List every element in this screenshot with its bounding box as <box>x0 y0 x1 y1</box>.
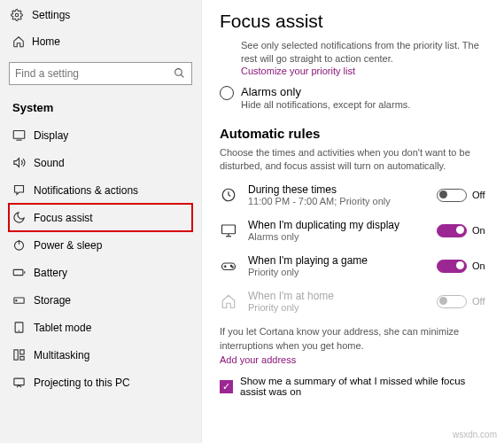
storage-icon <box>12 293 34 307</box>
automatic-rules-heading: Automatic rules <box>220 126 490 141</box>
sidebar-item-label: Notifications & actions <box>34 184 138 197</box>
svg-marker-5 <box>14 159 19 167</box>
toggle-switch <box>437 295 467 308</box>
sidebar-item-storage[interactable]: Storage <box>9 286 192 314</box>
svg-rect-14 <box>14 350 18 360</box>
sidebar-item-label: Multitasking <box>34 349 89 361</box>
sidebar: Settings Home System Display Sound Notif… <box>0 0 202 443</box>
home-icon <box>12 35 32 48</box>
home-rule-icon <box>220 292 237 310</box>
home-label: Home <box>32 35 60 48</box>
svg-point-11 <box>16 300 17 301</box>
search-box[interactable] <box>9 62 192 85</box>
moon-icon <box>12 211 34 224</box>
svg-line-2 <box>181 74 183 77</box>
gamepad-icon <box>220 257 237 275</box>
rule-sub: 11:00 PM - 7:00 AM; Priority only <box>248 196 437 206</box>
rule-playing-game[interactable]: When I'm playing a game Priority only On <box>220 254 490 277</box>
summary-checkbox-row[interactable]: ✓ Show me a summary of what I missed whi… <box>220 376 490 397</box>
rule-title: When I'm at home <box>248 290 437 302</box>
rule-during-times[interactable]: During these times 11:00 PM - 7:00 AM; P… <box>220 183 490 206</box>
rule-title: During these times <box>248 183 437 196</box>
sidebar-item-projecting[interactable]: Projecting to this PC <box>9 369 192 396</box>
sidebar-item-label: Projecting to this PC <box>34 377 130 389</box>
header-title: Settings <box>32 9 70 21</box>
rule-sub: Alarms only <box>248 231 437 242</box>
toggle-label: On <box>472 260 490 271</box>
svg-rect-16 <box>20 356 24 360</box>
rule-title: When I'm playing a game <box>248 254 437 267</box>
sidebar-item-label: Tablet mode <box>34 322 91 334</box>
priority-only-option[interactable]: See only selected notifications from the… <box>220 39 490 76</box>
search-input[interactable] <box>15 67 174 80</box>
add-address-link[interactable]: Add your address <box>220 354 490 365</box>
customize-priority-link[interactable]: Customize your priority list <box>241 66 490 76</box>
projecting-icon <box>12 376 34 389</box>
svg-rect-15 <box>20 350 24 354</box>
cortana-note: If you let Cortana know your address, sh… <box>220 325 490 353</box>
toggle-label: Off <box>472 190 490 200</box>
svg-point-25 <box>230 266 232 268</box>
svg-rect-8 <box>13 269 23 275</box>
toggle-switch[interactable] <box>437 224 467 237</box>
notifications-icon <box>12 183 34 197</box>
sound-icon <box>12 156 34 169</box>
rule-at-home: When I'm at home Priority only Off <box>220 290 490 313</box>
sidebar-item-battery[interactable]: Battery <box>9 259 192 286</box>
summary-checkbox-label: Show me a summary of what I missed while… <box>240 376 490 397</box>
rule-sub: Priority only <box>248 267 437 277</box>
gear-icon <box>11 9 23 21</box>
toggle-switch[interactable] <box>437 260 467 273</box>
priority-only-desc: See only selected notifications from the… <box>241 39 490 66</box>
sidebar-item-sound[interactable]: Sound <box>9 149 192 176</box>
sidebar-item-multitasking[interactable]: Multitasking <box>9 341 192 369</box>
power-icon <box>12 238 34 252</box>
display-icon <box>12 128 34 142</box>
sidebar-item-label: Power & sleep <box>34 239 102 252</box>
battery-icon <box>12 266 34 279</box>
monitor-icon <box>220 222 237 239</box>
sidebar-item-label: Focus assist <box>34 212 93 224</box>
svg-rect-3 <box>13 131 25 139</box>
main-panel: Focus assist See only selected notificat… <box>202 0 504 443</box>
sidebar-item-tablet-mode[interactable]: Tablet mode <box>9 314 192 341</box>
home-nav[interactable]: Home <box>9 30 192 53</box>
svg-rect-19 <box>222 225 236 234</box>
sidebar-item-label: Display <box>34 129 68 142</box>
page-title: Focus assist <box>220 11 490 32</box>
checkbox-checked-icon[interactable]: ✓ <box>220 380 233 393</box>
alarms-only-option[interactable]: Alarms only Hide all notifications, exce… <box>220 85 490 112</box>
rule-title: When I'm duplicating my display <box>248 219 437 231</box>
sidebar-item-notifications[interactable]: Notifications & actions <box>9 176 192 204</box>
svg-point-0 <box>15 13 19 17</box>
sidebar-item-display[interactable]: Display <box>9 121 192 149</box>
settings-header: Settings <box>9 5 192 30</box>
automatic-rules-desc: Choose the times and activities when you… <box>220 146 490 174</box>
svg-rect-17 <box>14 378 24 385</box>
toggle-switch[interactable] <box>437 189 467 202</box>
clock-icon <box>220 186 237 204</box>
svg-point-26 <box>232 267 234 268</box>
sidebar-item-label: Battery <box>34 267 67 279</box>
alarms-only-title: Alarms only <box>241 85 410 98</box>
tablet-icon <box>12 321 34 334</box>
sidebar-item-label: Sound <box>34 157 65 169</box>
watermark: wsxdn.com <box>453 430 497 439</box>
sidebar-item-power-sleep[interactable]: Power & sleep <box>9 231 192 259</box>
sidebar-item-label: Storage <box>34 294 71 307</box>
svg-point-1 <box>175 69 182 76</box>
category-heading: System <box>9 97 192 121</box>
multitasking-icon <box>12 348 34 361</box>
sidebar-item-focus-assist[interactable]: Focus assist <box>9 204 192 231</box>
search-icon <box>174 67 186 80</box>
alarms-only-desc: Hide all notifications, except for alarm… <box>241 98 410 112</box>
radio-icon[interactable] <box>220 86 234 100</box>
toggle-label: On <box>472 225 490 236</box>
toggle-label: Off <box>472 296 490 307</box>
rule-sub: Priority only <box>248 302 437 313</box>
rule-duplicating-display[interactable]: When I'm duplicating my display Alarms o… <box>220 219 490 242</box>
